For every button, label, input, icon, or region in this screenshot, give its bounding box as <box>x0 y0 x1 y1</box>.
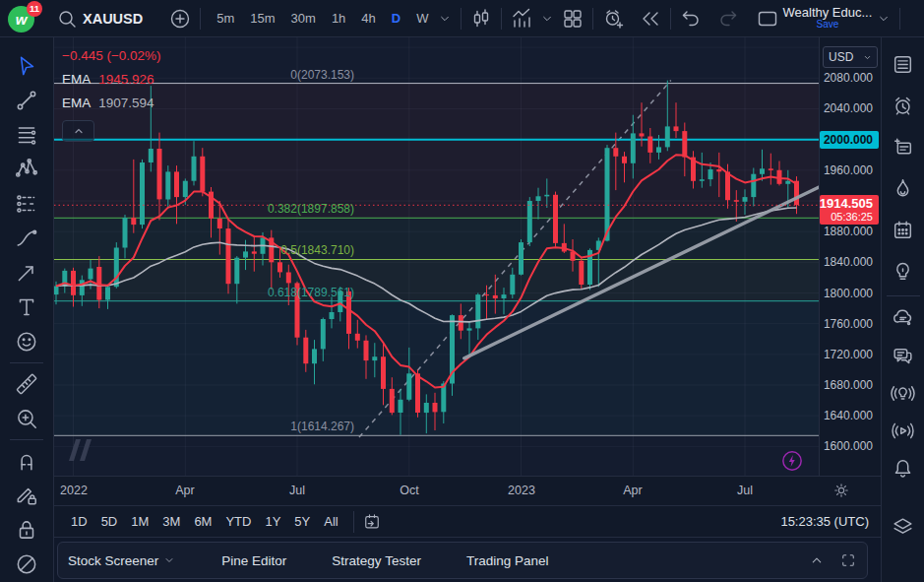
ema-label: EMA <box>62 72 91 87</box>
range-5Y[interactable]: 5Y <box>287 510 317 533</box>
tool-magnet[interactable] <box>9 444 44 479</box>
tool-lock-all[interactable] <box>9 513 44 548</box>
date-range-bar: 1D5D1M3M6MYTD1Y5YAll 15:23:35 (UTC) <box>54 505 881 538</box>
chart-type-icon[interactable] <box>469 7 493 31</box>
panel-expand-icon[interactable] <box>808 551 826 569</box>
rail-notifications[interactable] <box>883 449 924 486</box>
tool-text[interactable] <box>9 291 44 325</box>
tradingview-watermark-icon <box>66 437 105 466</box>
tool-drawing-lock[interactable] <box>9 479 44 513</box>
tab-stock-screener[interactable]: Stock Screener <box>68 553 176 568</box>
quick-trade-lightning-icon[interactable] <box>781 450 803 472</box>
price-chart-canvas[interactable] <box>54 37 819 476</box>
search-icon[interactable] <box>55 7 79 31</box>
save-link[interactable]: Save <box>817 20 839 31</box>
tool-arrow[interactable] <box>9 256 44 291</box>
multichart-layout-icon[interactable] <box>561 7 585 31</box>
time-axis[interactable]: 2022AprJulOct2023AprJul <box>54 476 881 505</box>
range-1Y[interactable]: 1Y <box>258 510 287 533</box>
rail-notes[interactable] <box>883 126 924 167</box>
timeframe-menu-chevron-icon[interactable] <box>437 11 453 27</box>
undo-icon[interactable] <box>679 7 703 31</box>
timeframe-W[interactable]: W <box>410 7 434 30</box>
notes-icon <box>891 135 915 160</box>
price-tick: 1840.000 <box>824 255 873 269</box>
ruler-icon <box>14 371 39 397</box>
tool-cursor[interactable] <box>9 48 44 83</box>
price-tick: 2080.000 <box>824 71 873 85</box>
bar-replay-icon[interactable] <box>639 7 662 31</box>
create-alert-icon[interactable] <box>601 7 625 31</box>
range-All[interactable]: All <box>317 510 344 533</box>
price-tick: 1880.000 <box>824 225 873 238</box>
watchlist-icon <box>891 52 915 77</box>
rail-alerts[interactable] <box>883 85 924 126</box>
tool-ruler[interactable] <box>9 367 44 402</box>
tab-strategy-tester[interactable]: Strategy Tester <box>332 553 421 568</box>
timeframe-5m[interactable]: 5m <box>211 7 240 30</box>
bottom-area: Stock ScreenerPine EditorStrategy Tester… <box>54 538 881 582</box>
tab-pine-editor[interactable]: Pine Editor <box>221 553 286 568</box>
tool-fib-retracement[interactable] <box>9 117 44 152</box>
price-axis[interactable]: USD 2080.0002040.0001960.0001880.0001840… <box>819 37 881 476</box>
top-toolbar: w 11 XAUUSD 5m15m30m1h4hDW Wealthy Educ.… <box>0 0 924 37</box>
rail-streams[interactable] <box>883 412 924 449</box>
rail-live-ideas[interactable] <box>883 374 924 412</box>
panel-maximize-icon[interactable] <box>839 551 857 569</box>
indicators-menu-chevron-icon[interactable] <box>539 11 555 27</box>
timeframe-30m[interactable]: 30m <box>285 7 322 30</box>
save-layout-icon[interactable] <box>756 7 779 31</box>
streams-icon <box>891 419 915 443</box>
price-tick: 1640.000 <box>824 409 873 422</box>
utc-clock[interactable]: 15:23:35 (UTC) <box>780 514 869 529</box>
tool-zoom-in[interactable] <box>9 402 44 436</box>
range-5D[interactable]: 5D <box>94 510 125 533</box>
alert-price-label: 2000.000 <box>820 131 879 149</box>
timeframe-1h[interactable]: 1h <box>326 7 351 30</box>
tradingview-logo[interactable]: w 11 <box>8 4 37 33</box>
timeframe-4h[interactable]: 4h <box>355 7 381 30</box>
tab-trading-panel[interactable]: Trading Panel <box>466 553 549 568</box>
timeframe-15m[interactable]: 15m <box>244 7 280 30</box>
indicators-icon[interactable] <box>510 7 533 31</box>
time-tick: 2022 <box>60 484 88 497</box>
timeframe-D[interactable]: D <box>386 7 406 30</box>
rail-ideas[interactable] <box>883 250 924 291</box>
bottom-panel-controls <box>808 551 857 569</box>
symbol-search-button[interactable]: XAUUSD <box>83 11 143 27</box>
redo-icon[interactable] <box>716 7 740 31</box>
rail-chat[interactable] <box>883 337 924 374</box>
rail-minds[interactable] <box>883 299 924 337</box>
calendar-icon <box>891 218 915 242</box>
tool-hide-marks[interactable] <box>9 548 44 582</box>
currency-select[interactable]: USD <box>823 46 878 68</box>
rail-watchlist[interactable] <box>883 43 924 85</box>
chart-settings-gear-icon[interactable] <box>832 481 851 503</box>
tool-xabcd-pattern[interactable] <box>9 152 44 186</box>
layout-menu-chevron-icon[interactable] <box>876 11 892 27</box>
range-6M[interactable]: 6M <box>187 510 218 533</box>
tool-trend-line[interactable] <box>9 83 44 117</box>
tool-emoji[interactable] <box>9 325 44 359</box>
go-to-date-icon[interactable] <box>362 512 382 532</box>
range-1D[interactable]: 1D <box>64 510 94 533</box>
range-3M[interactable]: 3M <box>155 510 187 533</box>
range-YTD[interactable]: YTD <box>218 510 258 533</box>
rail-calendar[interactable] <box>883 209 924 250</box>
range-buttons: 1D5D1M3M6MYTD1Y5YAll <box>64 510 345 533</box>
legend-collapse-button[interactable] <box>62 120 94 142</box>
rail-hotlists[interactable] <box>883 167 924 209</box>
chart-area[interactable]: 0(2073.153)0.382(1897.858)0.5(1843.710)0… <box>54 37 819 476</box>
fib-level-label: 0.382(1897.858) <box>268 202 354 216</box>
price-tick: 1720.000 <box>824 348 873 361</box>
forecast-icon <box>14 191 39 217</box>
layout-name-menu[interactable]: Wealthy Educ... Save <box>783 6 873 30</box>
range-1M[interactable]: 1M <box>124 510 155 533</box>
tool-forecast[interactable] <box>9 186 44 221</box>
fib-retracement-icon <box>14 122 39 148</box>
live-ideas-icon <box>891 381 915 406</box>
rail-order-panel[interactable] <box>883 508 924 546</box>
toolbar-divider <box>10 436 43 444</box>
tool-brush[interactable] <box>9 221 44 255</box>
add-symbol-icon[interactable] <box>168 7 192 31</box>
